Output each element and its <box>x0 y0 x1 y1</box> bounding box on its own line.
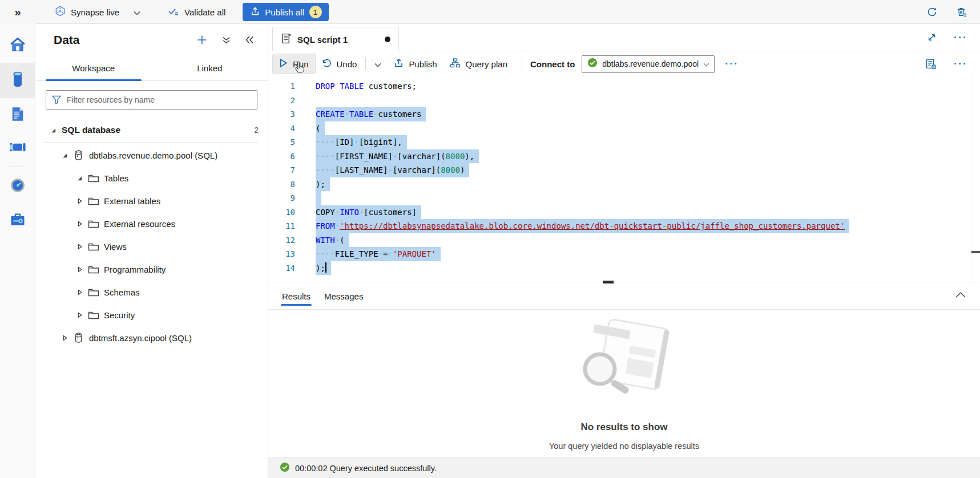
synapse-live-dropdown[interactable]: Synapse live <box>49 6 146 18</box>
pool-name: dbtlabs.revenue.demo.pool <box>602 59 699 68</box>
code-line-3[interactable]: 3CREATE·TABLE·customers <box>268 107 980 121</box>
sql-script-icon <box>281 33 292 46</box>
code-line-1[interactable]: 1DROP TABLE customers; <box>268 79 980 94</box>
publish-label: Publish <box>409 59 437 69</box>
tree-item-external-tables[interactable]: External tables <box>35 189 268 212</box>
selection-highlight: ); <box>316 261 331 276</box>
code-line-10[interactable]: 10COPY·INTO·[customers] <box>268 205 980 220</box>
validate-check-icon <box>168 7 179 18</box>
tab-results[interactable]: Results <box>275 283 317 309</box>
chevron-down-icon <box>374 59 381 69</box>
code-line-6[interactable]: 6····[FIRST_NAME]·[varchar](8000), <box>268 149 980 164</box>
status-message: 00:00:02 Query executed successfully. <box>295 464 437 473</box>
tab-workspace[interactable]: Workspace <box>35 56 152 80</box>
tab-linked[interactable]: Linked <box>152 56 268 80</box>
collapsed-triangle-icon[interactable] <box>76 244 88 250</box>
code-line-12[interactable]: 12WITH·( <box>268 233 980 248</box>
editor-toolbar: Run Undo Pub <box>268 51 980 76</box>
sidebar-item-develop[interactable] <box>0 98 35 132</box>
add-resource-icon[interactable] <box>197 35 207 45</box>
query-plan-label: Query plan <box>466 59 507 69</box>
sql-code-editor[interactable]: 1DROP TABLE customers;23CREATE·TABLE·cus… <box>268 76 980 282</box>
code-line-4[interactable]: 4( <box>268 121 980 136</box>
folder-icon <box>88 173 104 183</box>
tree-item-label: External tables <box>104 196 160 206</box>
run-options-dropdown[interactable] <box>368 55 388 73</box>
tree-item-views[interactable]: Views <box>35 235 268 258</box>
code-line-9[interactable]: 9 <box>268 191 980 205</box>
code-line-8[interactable]: 8); <box>268 177 980 192</box>
collapsed-triangle-icon[interactable] <box>76 289 88 295</box>
undo-button[interactable]: Undo <box>315 54 364 74</box>
toolbar-more-icon[interactable]: ··· <box>725 61 739 67</box>
sidebar-item-manage[interactable] <box>0 204 35 237</box>
sidebar-item-data[interactable] <box>0 63 35 98</box>
expand-sidebar-icon[interactable]: » <box>0 6 35 19</box>
line-number: 11 <box>268 219 295 233</box>
collapsed-triangle-icon[interactable] <box>76 266 88 273</box>
folder-icon <box>88 219 104 229</box>
resource-tree: SQL database2dbtlabs.revenue.demo.pool (… <box>35 115 268 478</box>
data-panel: Data Workspace Linked <box>35 24 268 478</box>
more-actions-icon[interactable]: ··· <box>954 35 967 40</box>
tab-sql-script-1[interactable]: SQL script 1 <box>272 27 399 51</box>
collapse-panel-icon[interactable] <box>245 36 254 44</box>
tree-item-sql-database[interactable]: SQL database2 <box>35 119 268 141</box>
undo-label: Undo <box>337 59 357 69</box>
sidebar-item-integrate[interactable] <box>0 132 35 164</box>
selection-highlight: ( <box>316 121 325 136</box>
chevron-down-icon <box>703 59 709 69</box>
data-icon <box>10 71 26 90</box>
sidebar-item-home[interactable] <box>0 29 35 63</box>
tree-item-programmability[interactable]: Programmability <box>35 258 268 281</box>
tree-item-tables[interactable]: Tables <box>35 167 268 189</box>
tree-item-label: Security <box>104 310 135 320</box>
tab-messages[interactable]: Messages <box>317 283 370 309</box>
flowchart-icon <box>450 58 461 70</box>
connect-to-pool-dropdown[interactable]: dbtlabs.revenue.demo.pool <box>582 55 715 73</box>
tree-item-dbtlabs-revenue-demo-pool[interactable]: dbtlabs.revenue.demo.pool (SQL) <box>35 144 268 167</box>
code-line-14[interactable]: 14); <box>268 261 980 276</box>
script-properties-icon[interactable] <box>925 58 937 70</box>
tree-item-label: Programmability <box>104 265 166 274</box>
tree-item-label: Schemas <box>104 287 140 297</box>
editor-more-icon[interactable]: ··· <box>954 61 967 67</box>
sidebar-item-monitor[interactable] <box>0 169 35 204</box>
tree-item-external-resources[interactable]: External resources <box>35 212 268 235</box>
refresh-icon[interactable] <box>926 6 938 18</box>
integrate-icon <box>9 140 27 156</box>
expanded-triangle-icon[interactable] <box>76 175 88 181</box>
editor-scrollbar-thumb[interactable] <box>971 251 980 253</box>
code-line-7[interactable]: 7····[LAST_NAME]·[varchar](8000) <box>268 163 980 177</box>
code-line-13[interactable]: 13····FILE_TYPE·=·'PARQUET' <box>268 247 980 261</box>
code-line-2[interactable]: 2 <box>268 94 980 108</box>
expand-editor-icon[interactable] <box>927 33 937 42</box>
collapse-all-icon[interactable] <box>222 36 231 44</box>
run-button[interactable]: Run <box>273 54 315 74</box>
publish-all-button[interactable]: Publish all 1 <box>243 3 328 21</box>
selection-highlight: ····[LAST_NAME]·[varchar](8000) <box>316 163 469 177</box>
collapse-results-icon[interactable] <box>955 290 966 301</box>
query-plan-button[interactable]: Query plan <box>443 54 514 74</box>
collapsed-triangle-icon[interactable] <box>76 221 88 227</box>
line-number: 13 <box>268 247 295 261</box>
editor-tab-bar: SQL script 1 ··· <box>268 24 980 51</box>
tree-item-schemas[interactable]: Schemas <box>35 281 268 303</box>
collapsed-triangle-icon[interactable] <box>76 312 88 318</box>
collapsed-triangle-icon[interactable] <box>62 335 73 341</box>
expanded-triangle-icon[interactable] <box>62 152 73 159</box>
code-line-5[interactable]: 5····[ID]·[bigint], <box>268 135 980 149</box>
tree-item-label: External resources <box>104 219 175 229</box>
selection-highlight: ····[FIRST_NAME]·[varchar](8000), <box>316 149 479 164</box>
tree-item-security[interactable]: Security <box>35 303 268 326</box>
tree-item-dbtmsft-azsyn-cipool[interactable]: dbtmsft.azsyn.cipool (SQL) <box>35 326 268 349</box>
publish-button[interactable]: Publish <box>388 54 443 74</box>
code-line-11[interactable]: 11FROM·'https://dbtlabsynapsedatalake.bl… <box>268 219 980 233</box>
discard-trash-icon[interactable] <box>956 6 967 18</box>
filter-resources-input[interactable] <box>46 90 257 110</box>
upload-icon <box>394 58 404 70</box>
expanded-triangle-icon[interactable] <box>50 127 62 133</box>
connect-to-label: Connect to <box>530 59 575 69</box>
validate-all-button[interactable]: Validate all <box>162 7 231 18</box>
collapsed-triangle-icon[interactable] <box>76 198 88 204</box>
